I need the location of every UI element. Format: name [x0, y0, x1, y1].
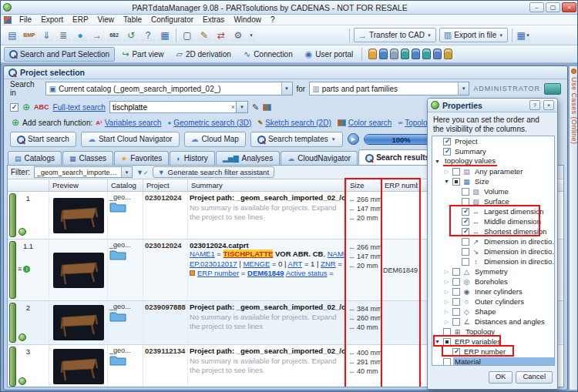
menu-erp[interactable]: ERP — [68, 15, 93, 25]
checkbox[interactable] — [443, 358, 451, 366]
tree-item-size[interactable]: ▼▦Size — [432, 176, 554, 186]
add-icon[interactable]: ⊕ — [22, 102, 30, 112]
project-cell[interactable]: 0239097888 — [143, 301, 188, 344]
checkbox[interactable] — [452, 278, 460, 286]
fulltext-search-link[interactable]: Full-text search — [53, 103, 106, 112]
maximize-button[interactable]: ▢ — [546, 2, 560, 12]
expander-icon[interactable]: ▷ — [443, 169, 450, 175]
cloud-map-button[interactable]: ☁ Cloud Map — [184, 132, 246, 147]
tree-item-distances-and-angles[interactable]: ▷∠Distances and angles — [432, 317, 554, 327]
folder-icon[interactable] — [109, 354, 126, 366]
expander-icon[interactable]: ▷ — [443, 309, 450, 315]
tree-item-volume[interactable]: ▧Volume — [432, 186, 554, 196]
checkbox[interactable] — [443, 338, 451, 346]
summary-cell[interactable]: 023012024.catprtNAME1 = TISCHPLATTE VOR … — [188, 240, 347, 300]
summary-link[interactable]: Active status — [286, 269, 328, 277]
catalog-cell[interactable]: _geo... — [108, 301, 143, 344]
use-cases-side-tab[interactable]: Use Cases (Online) — [569, 65, 578, 390]
folder-icon[interactable] — [109, 310, 126, 322]
preview-cell[interactable] — [49, 345, 108, 387]
chevron-down-icon[interactable]: ▼ — [281, 82, 292, 95]
table-view-icon[interactable]: ▦▼ — [516, 28, 531, 42]
column-header-index[interactable] — [8, 179, 49, 191]
export-part-icon[interactable]: → — [89, 28, 105, 42]
minimize-button[interactable]: – — [529, 2, 544, 12]
filter-funnel-icon[interactable]: ▼✓ — [136, 169, 149, 176]
checkbox[interactable] — [462, 218, 469, 226]
folder-icon[interactable] — [109, 201, 126, 213]
bin-icon-1[interactable] — [368, 49, 377, 59]
catalog-cell[interactable]: _geo... — [108, 192, 143, 239]
tree-item-erp-variables[interactable]: ▼ERP variables — [432, 337, 554, 347]
expander-icon[interactable]: ▷ — [443, 319, 450, 325]
tree-item-inner-cylinders[interactable]: ▷◉Inner cylinders — [432, 286, 554, 297]
print-icon[interactable]: ≣ — [55, 28, 71, 42]
checkbox[interactable] — [462, 238, 469, 246]
start-cloud-navigator-button[interactable]: ☁ Start Cloud Navigator — [81, 132, 180, 147]
settings-dropdown-arrow[interactable]: ▼ — [247, 28, 255, 42]
preview-cell[interactable] — [49, 240, 108, 300]
tree-item-topology-values[interactable]: ▼topology values — [432, 156, 554, 166]
column-header-catalog[interactable]: Catalog — [108, 179, 143, 191]
report-icon[interactable]: ▤ — [5, 28, 20, 42]
tree-item-boreholes[interactable]: ▷◎Boreholes — [432, 276, 554, 286]
summary-cell[interactable]: Project path: _geom_search_imported_02_/… — [188, 301, 347, 344]
part-preview-image[interactable] — [53, 198, 104, 233]
preview-cell[interactable] — [49, 301, 108, 344]
geometric-search-3d[interactable]: ●Geometric search (3D) — [167, 119, 251, 127]
tree-item-largest-dimension[interactable]: ↔Largest dimension — [432, 206, 554, 216]
column-header-preview[interactable]: Preview — [49, 179, 108, 191]
globe-icon[interactable]: ● — [72, 28, 88, 42]
menu-file[interactable]: File — [15, 15, 36, 25]
tree-item-summary[interactable]: Summary — [432, 146, 554, 156]
search-and-part-selection-button[interactable]: Search and Part Selection — [4, 47, 115, 62]
tree-item-erp-number[interactable]: ERP number — [432, 347, 554, 357]
checkbox[interactable] — [452, 268, 460, 276]
scope-dropdown[interactable]: ▥ parts and part families ▼ — [309, 82, 469, 95]
sketch-search-2d-link[interactable]: Sketch search (2D) — [265, 119, 331, 127]
search-templates-button[interactable]: Search templates ▼ — [250, 132, 343, 147]
summary-link[interactable]: EP.023012017 — [190, 260, 237, 268]
list-icon[interactable]: ≡ — [18, 265, 22, 273]
part-preview-image[interactable] — [53, 253, 104, 288]
checkbox[interactable] — [452, 168, 460, 176]
expander-icon[interactable]: ▷ — [443, 269, 450, 275]
bin-icon-5[interactable] — [412, 49, 420, 59]
summary-link[interactable]: ERP number — [197, 269, 239, 277]
fulltext-search-input[interactable] — [109, 101, 237, 113]
generate-filter-assistant-button[interactable]: ▼ Generate search filter assistant — [153, 166, 274, 178]
properties-header[interactable]: Properties ? × — [428, 99, 557, 112]
part-preview-image[interactable] — [53, 305, 104, 340]
expander-icon[interactable]: ▼ — [434, 339, 441, 344]
bmp-export-icon[interactable]: BMP — [22, 28, 37, 42]
user-portal-button[interactable]: ◉User portal — [300, 47, 359, 62]
catalog-cell[interactable]: _geo... — [108, 240, 143, 300]
table-icon[interactable]: ▦ — [157, 28, 173, 42]
info-icon[interactable]: i — [23, 266, 30, 273]
geometric-search-3d-link[interactable]: Geometric search (3D) — [173, 119, 251, 127]
project-cell[interactable]: 023012024 — [143, 192, 188, 239]
checkbox[interactable] — [452, 298, 460, 306]
checkbox[interactable] — [452, 308, 460, 316]
color-search-link[interactable]: Color search — [348, 119, 392, 127]
close-button[interactable]: × — [562, 2, 576, 12]
menu-help[interactable]: ? — [266, 15, 280, 25]
preview-cell[interactable] — [49, 192, 108, 239]
ok-button[interactable]: OK — [489, 371, 513, 384]
summary-link[interactable]: DEM61849 — [247, 269, 284, 277]
tree-item-symmetry[interactable]: ▷△Symmetry — [432, 266, 554, 276]
chevron-down-icon[interactable]: ▼ — [458, 82, 469, 95]
catalog-dropdown[interactable]: ▣ Current catalog (_geom_search_imported… — [45, 82, 292, 95]
tab-search-results[interactable]: Search results — [358, 149, 436, 165]
summary-link[interactable]: NAME2 — [328, 250, 344, 258]
tree-item-project[interactable]: Project — [432, 136, 554, 146]
tab-history[interactable]: ◐History — [170, 151, 215, 165]
monitor-icon[interactable]: ▢ — [180, 28, 195, 42]
refresh-icon[interactable]: ↺ — [123, 28, 139, 42]
expander-icon[interactable]: ▷ — [443, 279, 450, 285]
fulltext-checkbox[interactable]: ✓ — [10, 103, 18, 112]
close-icon[interactable]: × — [543, 100, 554, 110]
bin-icon-8[interactable] — [444, 49, 452, 59]
chevron-down-icon[interactable]: ▼ — [237, 101, 248, 113]
palette-icon[interactable] — [263, 104, 271, 111]
